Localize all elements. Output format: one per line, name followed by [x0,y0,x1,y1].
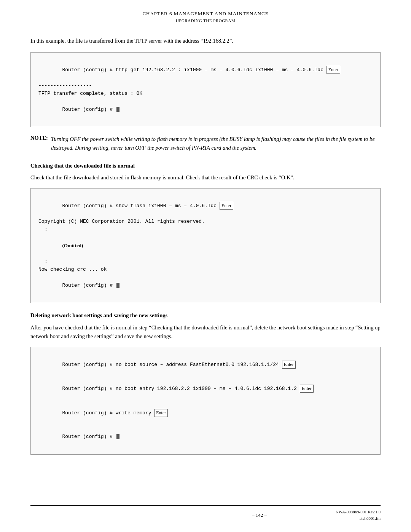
code-line-1: Router (config) # tftp get 192.168.2.2 :… [38,58,373,82]
code-text-1: Router (config) # tftp get 192.168.2.2 :… [62,67,326,73]
code-line-4: Router (config) # [38,98,373,121]
enter-key-ds-3: Enter [154,409,168,417]
code-line-sf-2: Copyright (C) NEC Corporation 2001. All … [38,218,373,226]
cursor-2 [116,283,119,288]
page-header: CHAPTER 6 MANAGEMENT AND MAINTENANCE UPG… [0,0,411,26]
cursor-1 [116,107,119,112]
code-block-delete-settings: Router (config) # no boot source – addre… [30,347,381,455]
code-line-sf-1: Router (config) # show flash ix1000 – ms… [38,194,373,218]
code-block-tftp: Router (config) # tftp get 192.168.2.2 :… [30,52,381,127]
note-text: Turning OFF the power switch while writi… [51,135,381,152]
note-label: NOTE: [30,135,48,141]
footer-doc-info: NWA-008869-001 Rev.1.0 atch6001.fm [336,509,381,521]
intro-paragraph: In this example, the file is transferred… [30,37,381,45]
code-colon-2: : [45,258,373,266]
code-line-sf-4: Router (config) # [38,274,373,297]
enter-key-ds-2: Enter [300,385,314,393]
code-line-sf-3: Now checking crc ... ok [38,266,373,274]
code-colon-1: : [45,226,373,234]
page: CHAPTER 6 MANAGEMENT AND MAINTENANCE UPG… [0,0,411,532]
code-text-ds-4: Router (config) # [62,434,115,439]
code-line-2: ------------------ [38,82,373,90]
section2-heading: Deleting network boot settings and savin… [30,312,381,319]
page-footer: – 142 – NWA-008869-001 Rev.1.0 atch6001.… [30,505,381,521]
enter-key-1: Enter [327,66,340,74]
omitted-label: (Omitted) [62,243,83,248]
enter-key-sf-1: Enter [220,202,233,210]
code-text-ds-1: Router (config) # no boot source – addre… [62,362,282,367]
code-line-3: TFTP transfer complete, status : OK [38,90,373,98]
enter-key-ds-1: Enter [282,361,296,369]
footer-doc-ref-line1: NWA-008869-001 Rev.1.0 [336,509,381,515]
page-content: In this example, the file is transferred… [0,26,411,493]
footer-page-number: – 142 – [183,512,336,518]
code-text-ds-3: Router (config) # write memory [62,410,154,416]
section1-heading: Checking that the downloaded file is nor… [30,162,381,169]
note-block: NOTE: Turning OFF the power switch while… [30,135,381,152]
code-text-ds-2: Router (config) # no boot entry 192.168.… [62,386,299,391]
code-omitted: (Omitted) [38,234,373,258]
header-subtitle: UPGRADING THE PROGRAM [176,18,235,23]
code-text-sf-4: Router (config) # [62,283,115,288]
section2-body: After you have checked that the file is … [30,323,381,341]
header-chapter-title: CHAPTER 6 MANAGEMENT AND MAINTENANCE [142,11,268,17]
code-line-ds-4: Router (config) # [38,425,373,449]
footer-doc-ref-line2: atch6001.fm [336,515,381,522]
section1-body: Check that the file downloaded and store… [30,173,381,182]
code-block-show-flash: Router (config) # show flash ix1000 – ms… [30,188,381,303]
code-line-ds-1: Router (config) # no boot source – addre… [38,353,373,377]
code-line-ds-3: Router (config) # write memory Enter [38,401,373,425]
code-line-ds-2: Router (config) # no boot entry 192.168.… [38,377,373,401]
cursor-3 [116,434,119,439]
header-top: CHAPTER 6 MANAGEMENT AND MAINTENANCE [30,11,381,17]
code-text-4: Router (config) # [62,107,115,112]
code-text-sf-1: Router (config) # show flash ix1000 – ms… [62,203,219,209]
